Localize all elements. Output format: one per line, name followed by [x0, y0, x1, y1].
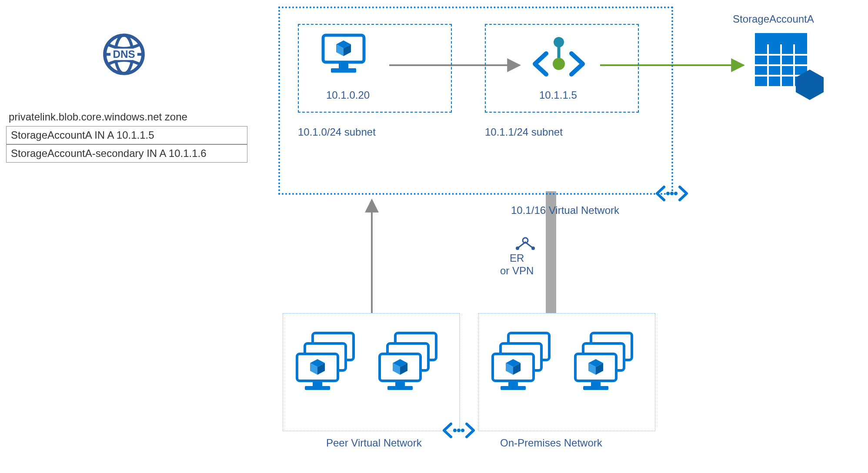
endpoint-ip-label: 10.1.1.5: [539, 89, 577, 101]
peer-network-label: Peer Virtual Network: [326, 437, 422, 449]
svg-rect-76: [583, 386, 608, 390]
svg-text:DNS: DNS: [113, 48, 135, 60]
er-vpn-label: ER or VPN: [500, 252, 534, 277]
svg-rect-20: [755, 33, 807, 44]
vm-group-icon: [294, 330, 367, 402]
diagram-canvas: DNS privatelink.blob.core.windows.net zo…: [0, 0, 868, 473]
svg-rect-52: [387, 386, 413, 390]
vm-group-icon: [489, 330, 563, 402]
subnet-label-0: 10.1.0/24 subnet: [298, 126, 376, 138]
vm-icon: [320, 33, 367, 78]
svg-rect-51: [395, 381, 405, 386]
svg-point-18: [516, 246, 519, 250]
svg-point-15: [670, 192, 674, 195]
storage-account-icon: [752, 30, 826, 102]
vnet-icon: [654, 183, 689, 206]
vm-group-icon: [572, 330, 646, 402]
svg-rect-39: [313, 381, 322, 386]
private-endpoint-icon: [526, 37, 591, 87]
svg-point-29: [453, 429, 457, 432]
svg-rect-40: [305, 386, 330, 390]
subnet-label-1: 10.1.1/24 subnet: [485, 126, 563, 138]
svg-point-12: [554, 37, 564, 47]
dns-record-row: StorageAccountA IN A 10.1.1.5: [6, 126, 247, 144]
svg-point-13: [553, 58, 565, 70]
svg-rect-75: [591, 381, 601, 386]
dns-record-row: StorageAccountA-secondary IN A 10.1.1.6: [6, 144, 247, 163]
vnet-peer-icon: [441, 420, 476, 443]
vm-ip-label: 10.1.0.20: [326, 89, 370, 101]
gateway-icon: [515, 237, 535, 252]
svg-point-30: [457, 429, 461, 432]
svg-rect-63: [508, 381, 518, 386]
onprem-network-label: On-Premises Network: [500, 437, 602, 449]
svg-point-14: [666, 192, 670, 195]
svg-rect-6: [339, 62, 348, 68]
dns-zone-label: privatelink.blob.core.windows.net zone: [9, 111, 187, 123]
vnet-label: 10.1/16 Virtual Network: [511, 204, 619, 217]
dns-icon: DNS: [100, 30, 148, 80]
vm-group-icon: [376, 330, 450, 402]
svg-point-31: [461, 429, 464, 432]
storage-account-label: StorageAccountA: [733, 13, 814, 25]
svg-point-16: [674, 192, 678, 195]
svg-rect-64: [501, 386, 526, 390]
svg-rect-7: [331, 68, 356, 73]
svg-point-19: [531, 246, 535, 250]
